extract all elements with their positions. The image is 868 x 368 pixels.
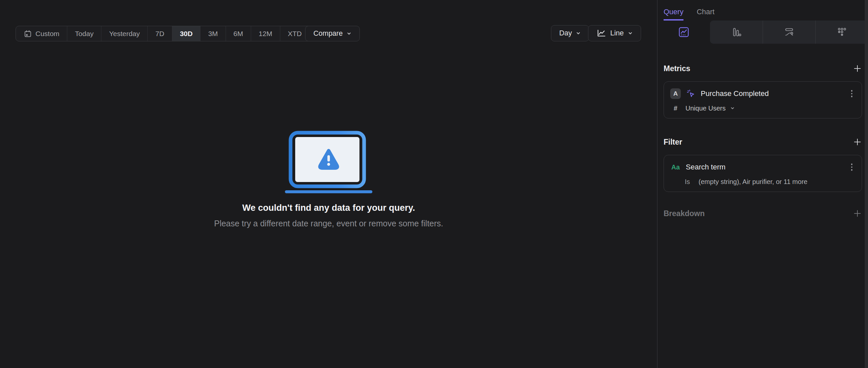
insights-line-chart-icon [678, 27, 689, 38]
report-type-insights[interactable] [658, 21, 710, 44]
chevron-down-icon [628, 31, 633, 36]
report-type-flows[interactable] [763, 21, 815, 44]
add-filter-button[interactable] [853, 137, 862, 146]
filter-card[interactable]: Aa Search term Is (empty string), Air pu… [663, 155, 862, 192]
metric-event-name[interactable]: Purchase Completed [701, 89, 843, 98]
metric-kebab-menu-icon[interactable] [848, 89, 856, 99]
date-range-custom[interactable]: Custom [16, 26, 67, 41]
date-range-3m[interactable]: 3M [200, 26, 225, 41]
metrics-title: Metrics [663, 64, 690, 73]
empty-state-subtitle: Please try a different date range, event… [0, 219, 657, 228]
panel-tabs: Query Chart [663, 0, 715, 21]
chevron-down-icon [730, 106, 735, 110]
chart-type-dropdown[interactable]: Line [588, 25, 641, 41]
date-range-7d[interactable]: 7D [148, 26, 172, 41]
date-range-selector: Custom Today Yesterday 7D 30D 3M 6M 12M … [16, 26, 317, 41]
filter-property-name[interactable]: Search term [686, 163, 843, 171]
calendar-icon [24, 29, 32, 38]
date-range-label: Custom [35, 30, 59, 38]
aggregation-dropdown[interactable]: Unique Users [685, 105, 725, 112]
report-type-selector [658, 21, 868, 44]
chevron-down-icon [576, 31, 581, 36]
line-chart-icon [596, 29, 606, 38]
date-range-today[interactable]: Today [67, 26, 101, 41]
aggregation-symbol: # [670, 105, 681, 112]
funnels-bar-chart-icon [731, 27, 742, 38]
date-range-6m[interactable]: 6M [226, 26, 251, 41]
plus-icon [853, 138, 862, 146]
filter-title: Filter [663, 138, 682, 146]
empty-state: We couldn't find any data for your query… [0, 131, 657, 228]
retention-dots-icon [836, 27, 847, 38]
tab-chart[interactable]: Chart [697, 8, 715, 21]
compare-button[interactable]: Compare [305, 26, 360, 41]
add-breakdown-button[interactable] [853, 209, 862, 218]
event-click-icon [686, 89, 696, 99]
property-type-badge: Aa [670, 164, 681, 171]
filter-operator[interactable]: Is [685, 178, 690, 186]
main-chart-area: Custom Today Yesterday 7D 30D 3M 6M 12M … [0, 0, 657, 368]
breakdown-title: Breakdown [663, 209, 705, 218]
no-data-laptop-warning-icon [285, 131, 372, 194]
filter-value[interactable]: (empty string), Air purifier, or 11 more [699, 178, 808, 186]
add-metric-button[interactable] [853, 64, 862, 73]
metric-card[interactable]: A Purchase Completed # Unique Users [663, 81, 862, 119]
plus-icon [853, 64, 862, 73]
sidebar-scrollbar[interactable] [865, 0, 868, 368]
report-type-funnels[interactable] [710, 21, 762, 44]
date-range-30d[interactable]: 30D [172, 26, 200, 41]
breakdown-header: Breakdown [663, 208, 862, 219]
empty-state-title: We couldn't find any data for your query… [0, 203, 657, 213]
metrics-header: Metrics [663, 64, 862, 73]
query-sections: Metrics A Purchase Completed # [663, 44, 862, 219]
interval-dropdown[interactable]: Day [551, 25, 589, 41]
date-range-yesterday[interactable]: Yesterday [101, 26, 148, 41]
date-range-12m[interactable]: 12M [251, 26, 280, 41]
filter-kebab-menu-icon[interactable] [848, 162, 856, 172]
chevron-down-icon [346, 31, 351, 36]
metric-letter-badge: A [670, 88, 681, 99]
query-builder-panel: Query Chart [658, 0, 868, 368]
report-type-retention[interactable] [815, 21, 868, 44]
tab-query[interactable]: Query [663, 8, 683, 21]
plus-icon [853, 209, 862, 218]
filter-header: Filter [663, 137, 862, 147]
flows-sankey-icon [783, 27, 795, 38]
